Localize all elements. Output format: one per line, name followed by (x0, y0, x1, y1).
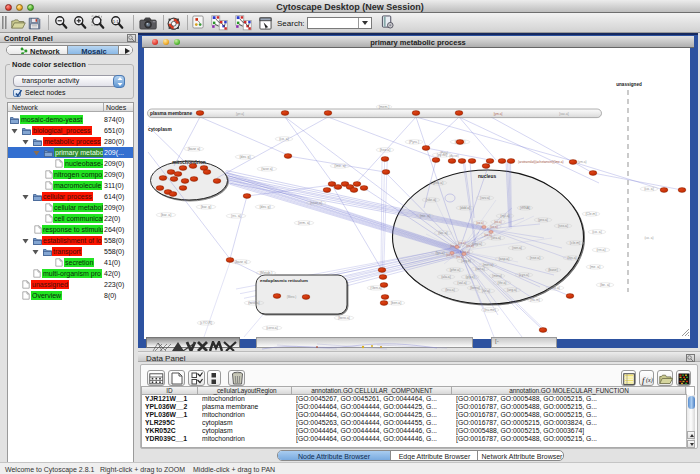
svg-text:(be. a): (be. a) (600, 283, 610, 287)
svg-text:endoplasmic reticulum: endoplasmic reticulum (260, 278, 308, 283)
svg-text:[yrr.a]: [yrr.a] (236, 112, 244, 116)
svg-text:mitochondrion: mitochondrion (172, 160, 206, 165)
svg-text:(base a): (base a) (235, 260, 247, 264)
svg-text:(arg.b): (arg.b) (461, 259, 471, 263)
svg-text:(nyl.a): (nyl.a) (500, 214, 509, 218)
svg-text:(cro.a): (cro.a) (550, 286, 560, 290)
svg-text:(sss.a): (sss.a) (558, 224, 568, 228)
svg-text:(nse.a): (nse.a) (530, 256, 541, 260)
svg-text:[vac.a]: [vac.a] (559, 112, 569, 116)
svg-text:(xx.a): (xx.a) (484, 233, 492, 237)
svg-text:(base a): (base a) (188, 147, 200, 151)
svg-text:(mera): (mera) (492, 274, 502, 278)
svg-text:(phe.a): (phe.a) (450, 268, 461, 272)
svg-text:(Metab.): (Metab.) (260, 271, 273, 275)
svg-text:plasma membrane: plasma membrane (150, 111, 192, 116)
svg-text:nucleus: nucleus (478, 174, 496, 179)
svg-text:(cYO.R): (cYO.R) (200, 321, 212, 325)
svg-text:(ile.a): (ile.a) (482, 289, 490, 293)
svg-text:(dy.rot): (dy.rot) (449, 154, 458, 158)
svg-text:(tase a): (tase a) (261, 167, 273, 171)
svg-text:(Pyru.): (Pyru.) (409, 140, 419, 144)
svg-text:(cys.a): (cys.a) (519, 273, 529, 277)
svg-text:(me. a): (me. a) (590, 265, 601, 269)
svg-text:(xx.a): (xx.a) (494, 220, 502, 224)
svg-text:(leu.a): (leu.a) (445, 288, 455, 292)
svg-text:(ala.a): (ala.a) (441, 275, 451, 279)
svg-text:(co. a): (co. a) (644, 236, 653, 240)
svg-text:(val.a): (val.a) (457, 281, 466, 285)
svg-text:(dev. g): (dev. g) (259, 205, 270, 209)
svg-text:(Cle.m): (Cle.m) (585, 212, 596, 216)
svg-text:(base): (base) (548, 268, 558, 272)
svg-text:(nu.m): (nu.m) (530, 298, 540, 302)
svg-text:(hse.a): (hse.a) (380, 148, 391, 152)
svg-text:(co. a): (co. a) (644, 187, 654, 191)
svg-text:(lme. a): (lme. a) (334, 164, 346, 168)
svg-text:(lys.a): (lys.a) (435, 251, 444, 255)
svg-text:(Pyru): (Pyru) (440, 151, 448, 155)
svg-text:(loc.a): (loc.a) (438, 231, 447, 235)
svg-text:(mem.): (mem.) (379, 105, 390, 109)
svg-text:(co. a): (co. a) (592, 230, 602, 234)
svg-text:(erm. a): (erm. a) (298, 221, 310, 225)
svg-text:(xx.a): (xx.a) (490, 225, 498, 229)
svg-text:(tRNA): (tRNA) (520, 206, 530, 210)
svg-text:(cle.m): (cle.m) (570, 241, 580, 245)
svg-text:(Mero.): (Mero.) (287, 295, 297, 299)
svg-text:(x): (x) (646, 377, 653, 384)
svg-text:(thr.a): (thr.a) (498, 281, 507, 285)
svg-text:(pek.a): (pek.a) (433, 181, 444, 185)
svg-text:(me. a): (me. a) (420, 214, 431, 218)
svg-text:(gly.a): (gly.a) (465, 275, 474, 279)
svg-text:(ssse.a): (ssse.a) (310, 201, 322, 205)
svg-text:(ron.a): (ron.a) (512, 246, 522, 250)
svg-text:(arg.a): (arg.a) (507, 288, 517, 292)
svg-text:(vvv.a): (vvv.a) (480, 196, 490, 200)
svg-text:(arotranslat)(achetansint)(lme: (arotranslat)(achetansint)(lme.a) (518, 160, 564, 164)
svg-text:(asp.a): (asp.a) (499, 257, 510, 261)
svg-text:cytoplasm: cytoplasm (148, 127, 172, 132)
svg-text:(his.a): (his.a) (567, 256, 576, 260)
svg-text:(ym.a): (ym.a) (577, 160, 586, 164)
svg-text:(dev. g): (dev. g) (239, 155, 250, 159)
svg-text:[ym.a]: [ym.a] (494, 112, 503, 116)
svg-text:(tase a): (tase a) (248, 301, 260, 305)
svg-text:(nu.me): (nu.me) (484, 308, 496, 312)
svg-text:(rrn.a): (rrn.a) (596, 248, 605, 252)
svg-text:(ddd.a): (ddd.a) (460, 206, 471, 210)
svg-text:(xx.a): (xx.a) (476, 221, 484, 225)
svg-text:(Gen.a): (Gen.a) (370, 286, 382, 290)
svg-text:(cero.a): (cero.a) (266, 326, 278, 330)
svg-text:(ben.a): (ben.a) (391, 301, 402, 305)
svg-text:(xx.a): (xx.a) (456, 255, 464, 259)
svg-text:(co. a): (co. a) (279, 137, 289, 141)
svg-text:(pro.a): (pro.a) (538, 218, 548, 222)
svg-text:(bar. g): (bar. g) (201, 205, 212, 209)
svg-text:(xx.a): (xx.a) (458, 241, 466, 245)
svg-text:unassigned: unassigned (616, 82, 642, 87)
svg-text:(bar. a): (bar. a) (161, 213, 172, 217)
svg-text:(bero.a): (bero.a) (338, 316, 350, 320)
svg-text:(rrc. a): (rrc. a) (231, 214, 241, 218)
svg-text:(ser.a): (ser.a) (475, 267, 485, 271)
svg-text:(ske.a): (ske.a) (426, 198, 436, 202)
